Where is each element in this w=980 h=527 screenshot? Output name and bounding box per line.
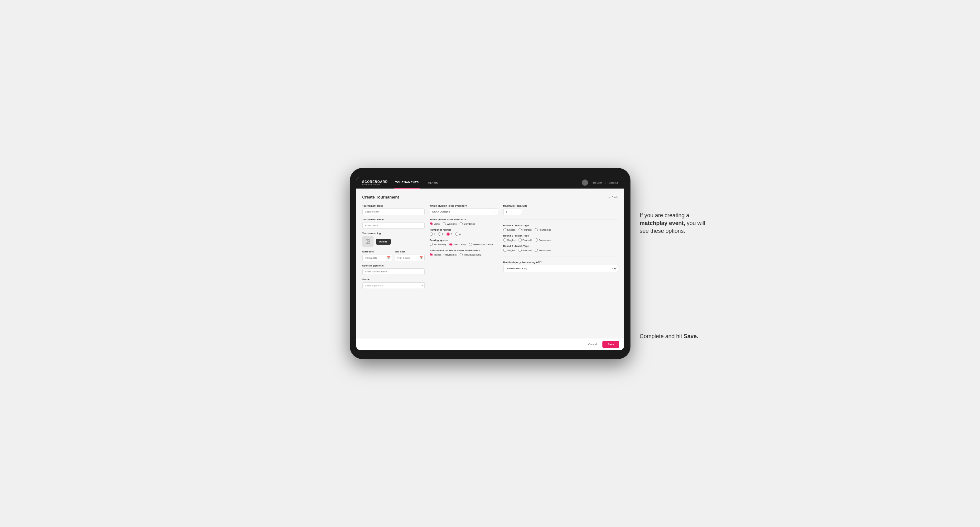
scoring-label: Scoring system: [430, 239, 498, 241]
calendar-icon: 📅: [387, 256, 390, 259]
api-label: Use third-party live scoring API?: [503, 261, 618, 264]
tournament-host-input[interactable]: [362, 208, 425, 215]
scoring-group: Scoring system Stroke Play Match Play: [430, 239, 498, 246]
round3-foursomes[interactable]: Foursomes: [535, 249, 551, 252]
round2-match-type-group: Round 2 - Match Type Singles Fourball: [503, 234, 618, 241]
round1-label: Round 1 - Match Type: [503, 224, 618, 227]
svg-point-3: [367, 241, 367, 241]
venue-group: Venue Search golf club ▾: [362, 278, 425, 289]
round2-singles[interactable]: Singles: [503, 238, 515, 241]
teams-individuals-only[interactable]: Individuals Only: [460, 253, 481, 256]
rounds-2[interactable]: 2: [438, 232, 443, 236]
sponsor-input[interactable]: [362, 268, 425, 275]
tournament-name-input[interactable]: [362, 222, 425, 229]
gender-group: Which gender is the event for? Mens Wome…: [430, 218, 498, 225]
round2-foursomes[interactable]: Foursomes: [535, 238, 551, 241]
form-layout: Tournament Host Tournament name Tourname…: [362, 205, 618, 289]
max-team-size-label: Maximum Team Size: [503, 205, 618, 207]
round3-fourball[interactable]: Fourball: [519, 249, 531, 252]
teams-radio-group: Teams (+Individuals) Individuals Only: [430, 253, 498, 256]
gender-combined[interactable]: Combined: [460, 222, 475, 225]
user-name: Test User: [591, 181, 602, 184]
save-button[interactable]: Save: [602, 341, 619, 348]
max-team-size-input[interactable]: [503, 208, 522, 215]
tournament-host-label: Tournament Host: [362, 205, 425, 207]
nav-tab-tournaments[interactable]: TOURNAMENTS: [394, 177, 420, 189]
sponsor-group: Sponsor (optional): [362, 264, 425, 275]
rounds-3[interactable]: 3: [447, 232, 452, 236]
tournament-logo-group: Tournament logo Upload: [362, 232, 425, 247]
teams-plus-individuals[interactable]: Teams (+Individuals): [430, 253, 457, 256]
round1-foursomes[interactable]: Foursomes: [535, 228, 551, 231]
round1-match-type-group: Round 1 - Match Type Singles Fourball: [503, 224, 618, 231]
brand-name: SCOREBOARD: [362, 180, 388, 184]
form-col-mid: Which division is the event for? NCAA Di…: [430, 205, 498, 289]
date-row: Start date 📅 End date 📅: [362, 250, 425, 261]
round3-match-type-group: Round 3 - Match Type Singles Fourball: [503, 244, 618, 252]
form-col-right: Maximum Team Size Round 1 - Match Type S…: [503, 205, 618, 289]
sponsor-label: Sponsor (optional): [362, 264, 425, 267]
cancel-button[interactable]: Cancel: [585, 341, 600, 348]
round2-match-type-options: Singles Fourball Foursomes: [503, 238, 618, 241]
start-date-label: Start date: [362, 250, 392, 253]
nav-tab-teams[interactable]: TEAMS: [426, 177, 439, 189]
division-select[interactable]: NCAA Division I: [430, 208, 498, 215]
tablet-screen: SCOREBOARD Powered by clippit TOURNAMENT…: [356, 177, 624, 350]
powered-by-text: Powered by clippit: [362, 184, 388, 186]
annotation-bottom: Complete and hit Save.: [640, 333, 711, 340]
round3-match-type-options: Singles Fourball Foursomes: [503, 249, 618, 252]
teams-label: Is this event for Teams and/or Individua…: [430, 249, 498, 252]
tournament-host-group: Tournament Host: [362, 205, 425, 215]
tablet-frame: SCOREBOARD Powered by clippit TOURNAMENT…: [350, 168, 630, 359]
main-content: Create Tournament ← Back Tournament Host…: [356, 189, 624, 338]
annotation-right: If you are creating a matchplay event, y…: [640, 212, 711, 235]
gender-mens[interactable]: Mens: [430, 222, 440, 225]
gender-label: Which gender is the event for?: [430, 218, 498, 221]
signout-link[interactable]: Sign out: [609, 181, 618, 184]
division-group: Which division is the event for? NCAA Di…: [430, 205, 498, 215]
venue-select-wrapper: Search golf club ▾: [362, 282, 425, 289]
venue-select[interactable]: Search golf club: [362, 283, 425, 289]
rounds-radio-group: 1 2 3: [430, 232, 498, 236]
division-label: Which division is the event for?: [430, 205, 498, 207]
venue-label: Venue: [362, 278, 425, 281]
round1-singles[interactable]: Singles: [503, 228, 515, 231]
nav-bar: SCOREBOARD Powered by clippit TOURNAMENT…: [356, 177, 624, 189]
api-select-wrapper: Leaderboard King ✕ ▾: [503, 265, 618, 272]
round3-singles[interactable]: Singles: [503, 249, 515, 252]
scoring-radio-group: Stroke Play Match Play Medal Match Play: [430, 243, 498, 246]
api-clear-icon[interactable]: ✕ ▾: [612, 267, 616, 270]
rounds-group: Number of rounds 1 2: [430, 229, 498, 236]
logo-upload-row: Upload: [362, 236, 425, 247]
form-col-left: Tournament Host Tournament name Tourname…: [362, 205, 425, 289]
end-date-label: End date: [395, 250, 425, 253]
max-team-size-group: Maximum Team Size: [503, 205, 618, 215]
rounds-label: Number of rounds: [430, 229, 498, 231]
scoring-stroke[interactable]: Stroke Play: [430, 243, 447, 246]
teams-group: Is this event for Teams and/or Individua…: [430, 249, 498, 256]
round2-label: Round 2 - Match Type: [503, 234, 618, 237]
rounds-1[interactable]: 1: [430, 232, 435, 236]
logo-placeholder: [362, 236, 374, 247]
back-link[interactable]: ← Back: [608, 196, 618, 199]
gender-womens[interactable]: Womens: [443, 222, 457, 225]
scoring-medal[interactable]: Medal Match Play: [469, 243, 493, 246]
round1-fourball[interactable]: Fourball: [519, 228, 531, 231]
scoring-match[interactable]: Match Play: [449, 243, 466, 246]
api-select[interactable]: Leaderboard King: [503, 265, 618, 272]
footer-bar: Cancel Save: [356, 338, 624, 350]
api-group: Use third-party live scoring API? Leader…: [503, 261, 618, 272]
tournament-logo-label: Tournament logo: [362, 232, 425, 235]
nav-brand: SCOREBOARD Powered by clippit: [362, 180, 388, 186]
tournament-name-label: Tournament name: [362, 218, 425, 221]
round2-fourball[interactable]: Fourball: [519, 238, 531, 241]
rounds-4[interactable]: 4: [455, 232, 461, 236]
upload-button[interactable]: Upload: [376, 239, 391, 244]
round3-label: Round 3 - Match Type: [503, 244, 618, 248]
nav-tabs: TOURNAMENTS TEAMS: [394, 177, 439, 189]
tournament-name-group: Tournament name: [362, 218, 425, 229]
start-date-group: Start date 📅: [362, 250, 392, 261]
page-header: Create Tournament ← Back: [362, 195, 618, 200]
avatar: [582, 179, 588, 186]
nav-separator: |: [605, 181, 606, 184]
